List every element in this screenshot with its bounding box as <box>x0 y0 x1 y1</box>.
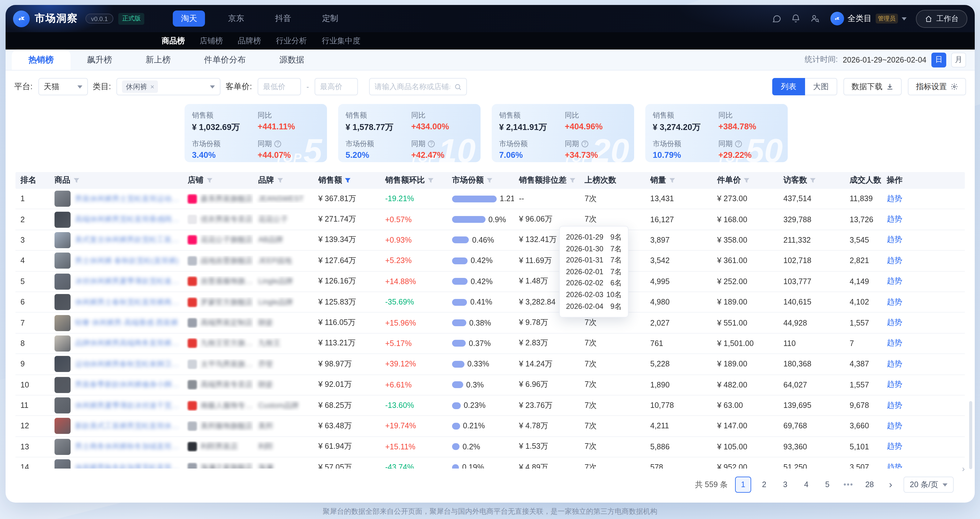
product-name[interactable]: 新款美式工装裤男宽松直筒休闲裤大码 <box>75 421 183 432</box>
product-cell[interactable]: 休闲裤男士春秋宽松直筒裤商务百搭长裤 <box>49 294 183 310</box>
product-name[interactable]: 运动休闲裤男春秋宽松束脚卫裤大码长裤 <box>75 359 183 370</box>
platform-select[interactable]: 天猫 <box>38 78 88 95</box>
product-cell[interactable]: 高端休闲裤男宽松直筒垂感阔腿裤男士长裤 <box>49 211 183 227</box>
large-view-button[interactable]: 大图 <box>805 78 837 95</box>
product-name[interactable]: 休闲裤男士春秋宽松直筒裤商务百搭长裤 <box>75 297 183 307</box>
trend-link[interactable]: 趋势 <box>887 339 902 348</box>
list-view-button[interactable]: 列表 <box>772 78 805 95</box>
trend-link[interactable]: 趋势 <box>887 277 902 286</box>
sub-nav-item-4[interactable]: 行业分析 <box>276 36 307 46</box>
page-button-3[interactable]: 3 <box>777 476 793 493</box>
filter-funnel-icon[interactable] <box>345 177 352 184</box>
product-name[interactable]: 美式复古休闲裤男款宽松工装裤潮牌长裤 <box>75 235 183 245</box>
tab-2[interactable]: 飙升榜 <box>70 49 129 70</box>
price-min-input[interactable] <box>258 78 301 95</box>
product-name[interactable]: 轻奢 休闲裤男·高端垂感 西装裤 <box>75 317 183 328</box>
product-cell[interactable]: 男士商务休闲裤秋冬加绒直筒宽松长裤 <box>49 439 183 455</box>
page-button-28[interactable]: 28 <box>861 476 878 493</box>
product-name[interactable]: 品牌休闲裤男高端商务直筒裤中年长裤 <box>75 338 183 349</box>
trend-link[interactable]: 趋势 <box>887 401 902 409</box>
filter-funnel-icon[interactable] <box>486 177 493 184</box>
trend-link[interactable]: 趋势 <box>887 215 902 224</box>
shop-cell[interactable]: 吉普盾服饰旗舰店 <box>183 276 253 287</box>
page-button-1[interactable]: 1 <box>735 476 751 493</box>
filter-funnel-icon[interactable] <box>668 177 675 184</box>
vertical-scrollbar[interactable] <box>969 401 972 469</box>
month-toggle-button[interactable]: 月 <box>951 52 966 67</box>
day-toggle-button[interactable]: 日 <box>931 52 946 67</box>
tab-5[interactable]: 源数据 <box>262 49 321 70</box>
shop-cell[interactable]: 九牧王官方旗舰店 <box>183 338 253 349</box>
tab-1[interactable]: 热销榜 <box>12 49 70 70</box>
page-button-5[interactable]: 5 <box>819 476 835 493</box>
user-search-icon[interactable] <box>810 14 819 24</box>
bell-icon[interactable] <box>791 14 800 24</box>
category-scope-selector[interactable]: 全类目 管理员 <box>830 12 907 25</box>
sub-nav-item-5[interactable]: 行业集中度 <box>322 36 360 46</box>
product-cell[interactable]: 休闲裤男秋冬款加厚宽松直筒长裤 <box>49 460 183 468</box>
trend-link[interactable]: 趋势 <box>887 318 902 327</box>
top-nav-item-4[interactable]: 定制 <box>314 11 347 27</box>
trend-link[interactable]: 趋势 <box>887 422 902 430</box>
next-page-button[interactable]: › <box>883 476 899 493</box>
h-scroll-right-icon[interactable]: › <box>962 464 965 473</box>
product-cell[interactable]: 美式复古休闲裤男款宽松工装裤潮牌长裤 <box>49 232 183 248</box>
shop-cell[interactable]: 罗蒙官方旗舰店 <box>183 297 253 307</box>
filter-funnel-icon[interactable] <box>427 177 434 184</box>
filter-funnel-icon[interactable] <box>743 177 750 184</box>
top-nav-item-2[interactable]: 京东 <box>220 11 252 27</box>
sub-nav-item-2[interactable]: 店铺榜 <box>200 36 223 46</box>
product-name[interactable]: 男装春季新款休闲裤修身小脚裤弹力长裤 <box>75 379 183 390</box>
shop-cell[interactable]: 利郎男装店 <box>183 442 253 452</box>
category-select[interactable]: 休闲裤 × <box>117 78 221 95</box>
metric-settings-button[interactable]: 指标设置 <box>908 78 966 95</box>
trend-link[interactable]: 趋势 <box>887 297 902 306</box>
product-name[interactable]: 高端休闲裤男宽松直筒垂感阔腿裤男士长裤 <box>75 214 183 225</box>
shop-cell[interactable]: 南极人服饰专营店 <box>183 400 253 411</box>
product-name[interactable]: 休闲裤男秋冬款加厚宽松直筒长裤 <box>75 462 183 468</box>
shop-cell[interactable]: 森系男装旗舰店 <box>183 194 253 204</box>
product-name[interactable]: 冰丝休闲裤男夏季薄款宽松速干运动长裤 <box>75 276 183 287</box>
product-name[interactable]: 男士商务休闲裤秋冬加绒直筒宽松长裤 <box>75 442 183 452</box>
trend-link[interactable]: 趋势 <box>887 235 902 244</box>
trend-link[interactable]: 趋势 <box>887 442 902 451</box>
filter-funnel-icon[interactable] <box>810 177 816 184</box>
sub-nav-item-1[interactable]: 商品榜 <box>162 36 185 46</box>
workspace-button[interactable]: 工作台 <box>916 10 967 27</box>
shop-cell[interactable]: 高端男装专卖店 <box>183 379 253 390</box>
page-size-select[interactable]: 20 条/页 <box>904 476 954 493</box>
product-cell[interactable]: 新款美式工装裤男宽松直筒休闲裤大码 <box>49 418 183 434</box>
sub-nav-item-3[interactable]: 品牌榜 <box>238 36 261 46</box>
trend-link[interactable]: 趋势 <box>887 380 902 389</box>
top-nav-item-3[interactable]: 抖音 <box>267 11 299 27</box>
product-cell[interactable]: 男士休闲裤 春秋款宽松(直筒裤) <box>49 253 183 269</box>
search-input[interactable] <box>369 78 467 95</box>
product-cell[interactable]: 男装春季新款休闲裤修身小脚裤弹力长裤 <box>49 377 183 393</box>
close-icon[interactable]: × <box>151 83 154 90</box>
price-max-input[interactable] <box>315 78 358 95</box>
trend-link[interactable]: 趋势 <box>887 194 902 203</box>
product-cell[interactable]: 冰丝休闲裤男夏季薄款宽松速干运动长裤 <box>49 274 183 290</box>
top-nav-item-1[interactable]: 淘天 <box>173 11 205 27</box>
product-name[interactable]: 男士休闲裤 春秋款宽松(直筒裤) <box>75 256 183 266</box>
shop-cell[interactable]: 花花公子旗舰店 <box>183 235 253 245</box>
page-button-4[interactable]: 4 <box>798 476 815 493</box>
trend-link[interactable]: 趋势 <box>887 256 902 265</box>
download-button[interactable]: 数据下载 <box>843 78 902 95</box>
tab-3[interactable]: 新上榜 <box>129 49 187 70</box>
tab-4[interactable]: 件单价分布 <box>187 49 262 70</box>
product-cell[interactable]: 运动休闲裤男春秋宽松束脚卫裤大码长裤 <box>49 356 183 372</box>
trend-link[interactable]: 趋势 <box>887 360 902 368</box>
product-cell[interactable]: 轻奢 休闲裤男·高端垂感 西装裤 <box>49 315 183 331</box>
filter-funnel-icon[interactable] <box>569 177 576 184</box>
shop-cell[interactable]: 太平鸟男装旗舰店 <box>183 359 253 370</box>
shop-cell[interactable]: 美邦服饰旗舰店 <box>183 421 253 432</box>
shop-cell[interactable]: 优衣男装专卖店 <box>183 214 253 225</box>
filter-funnel-icon[interactable] <box>277 177 283 184</box>
page-button-2[interactable]: 2 <box>756 476 772 493</box>
filter-funnel-icon[interactable] <box>206 177 213 184</box>
message-icon[interactable] <box>771 14 781 24</box>
filter-funnel-icon[interactable] <box>73 177 80 184</box>
shop-cell[interactable]: 海澜之家旗舰店 <box>183 462 253 468</box>
product-cell[interactable]: 休闲裤男夏季薄款冰丝速干宽松运动长裤 <box>49 397 183 413</box>
